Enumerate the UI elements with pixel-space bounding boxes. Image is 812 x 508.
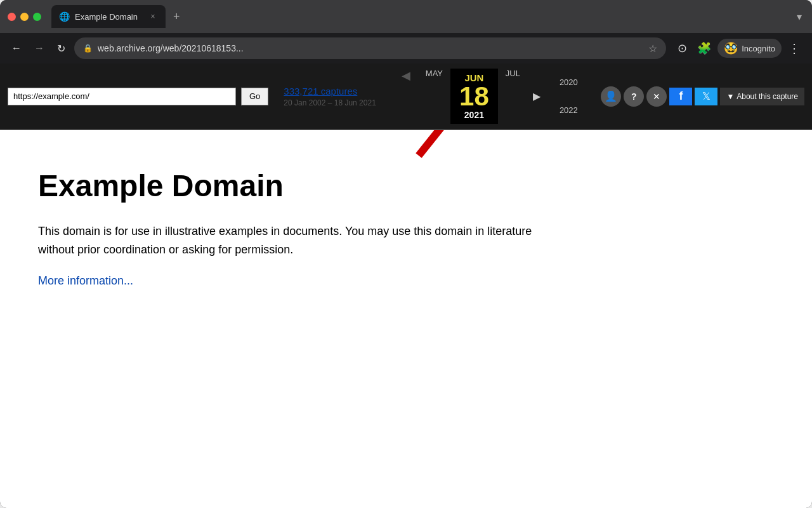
- tab-dropdown-button[interactable]: ▾: [794, 8, 804, 25]
- incognito-label: Incognito: [742, 44, 775, 53]
- lock-icon: 🔒: [83, 44, 93, 53]
- browser-frame: 🌐 Example Domain × + ▾ ← → ↻ 🔒 web.archi…: [0, 0, 812, 508]
- cal-month-may[interactable]: MAY: [418, 69, 450, 78]
- forward-button[interactable]: →: [30, 40, 48, 57]
- wayback-banner: Go 333,721 captures 20 Jan 2002 – 18 Jun…: [0, 64, 812, 130]
- cal-nav-prev[interactable]: ◀: [394, 69, 418, 83]
- captures-block: 333,721 captures 20 Jan 2002 – 18 Jun 20…: [284, 86, 376, 107]
- minimize-window-button[interactable]: [20, 13, 29, 21]
- page-title: Example Domain: [38, 168, 533, 203]
- back-button[interactable]: ←: [8, 40, 25, 57]
- browser-tab[interactable]: 🌐 Example Domain ×: [51, 5, 166, 28]
- toolbar-icons: ⊙ 🧩 🥸 Incognito ⋮: [674, 38, 804, 58]
- cal-active-date: JUN 18 2021: [450, 69, 498, 124]
- history-icon[interactable]: ⊙: [674, 39, 691, 58]
- incognito-button[interactable]: 🥸 Incognito: [717, 39, 782, 58]
- wayback-user-icon[interactable]: 👤: [601, 86, 621, 107]
- cal-next-year[interactable]: 2022: [552, 97, 586, 124]
- captures-link[interactable]: 333,721 captures: [284, 86, 357, 97]
- tabs-area: 🌐 Example Domain × +: [51, 5, 789, 28]
- calendar-widget: ◀ MAY JUN 18 2021 JUL ▶ 2020 2022: [394, 69, 592, 124]
- incognito-face-icon: 🥸: [724, 41, 738, 55]
- cal-active-year: 2021: [464, 110, 484, 120]
- captures-date-range: 20 Jan 2002 – 18 Jun 2021: [284, 98, 376, 107]
- reload-button[interactable]: ↻: [53, 40, 69, 57]
- banner-right: 👤 ? ✕ f 𝕏 ▼ About this capture: [601, 86, 804, 107]
- about-capture-button[interactable]: ▼ About this capture: [720, 88, 804, 105]
- tab-favicon-icon: 🌐: [59, 11, 70, 22]
- new-tab-button[interactable]: +: [168, 8, 185, 26]
- wayback-go-button[interactable]: Go: [241, 88, 268, 105]
- url-text: web.archive.org/web/20210618153...: [98, 43, 643, 53]
- about-capture-label: About this capture: [737, 92, 798, 101]
- title-bar: 🌐 Example Domain × + ▾: [0, 0, 812, 33]
- twitter-share-icon[interactable]: 𝕏: [695, 88, 717, 105]
- cal-month-jul[interactable]: JUL: [498, 69, 528, 78]
- tab-actions: ▾: [794, 8, 804, 25]
- content-area: Example Domain This domain is for use in…: [0, 130, 812, 508]
- cal-active-day: 18: [459, 83, 489, 110]
- close-window-button[interactable]: [8, 13, 16, 21]
- tab-close-button[interactable]: ×: [148, 11, 158, 22]
- maximize-window-button[interactable]: [33, 13, 41, 21]
- banner-left: Go 333,721 captures 20 Jan 2002 – 18 Jun…: [8, 86, 376, 107]
- more-information-link[interactable]: More information...: [38, 274, 133, 287]
- url-bar[interactable]: 🔒 web.archive.org/web/20210618153... ☆: [74, 37, 666, 59]
- page-body: This domain is for use in illustrative e…: [38, 222, 533, 259]
- tab-title: Example Domain: [75, 12, 143, 22]
- wayback-help-icon[interactable]: ?: [624, 86, 644, 107]
- bookmark-star-icon[interactable]: ☆: [648, 43, 657, 55]
- traffic-lights: [8, 13, 41, 21]
- about-capture-arrow-icon: ▼: [726, 92, 734, 101]
- extensions-icon[interactable]: 🧩: [693, 39, 715, 58]
- facebook-share-icon[interactable]: f: [669, 88, 692, 105]
- cal-nav-next[interactable]: ▶: [528, 69, 546, 124]
- address-bar: ← → ↻ 🔒 web.archive.org/web/20210618153.…: [0, 33, 812, 64]
- wayback-close-icon[interactable]: ✕: [646, 86, 667, 107]
- webpage-content: Example Domain This domain is for use in…: [0, 130, 571, 326]
- wayback-url-input[interactable]: [8, 88, 236, 105]
- browser-menu-button[interactable]: ⋮: [784, 38, 804, 58]
- cal-prev-year[interactable]: 2020: [552, 69, 586, 97]
